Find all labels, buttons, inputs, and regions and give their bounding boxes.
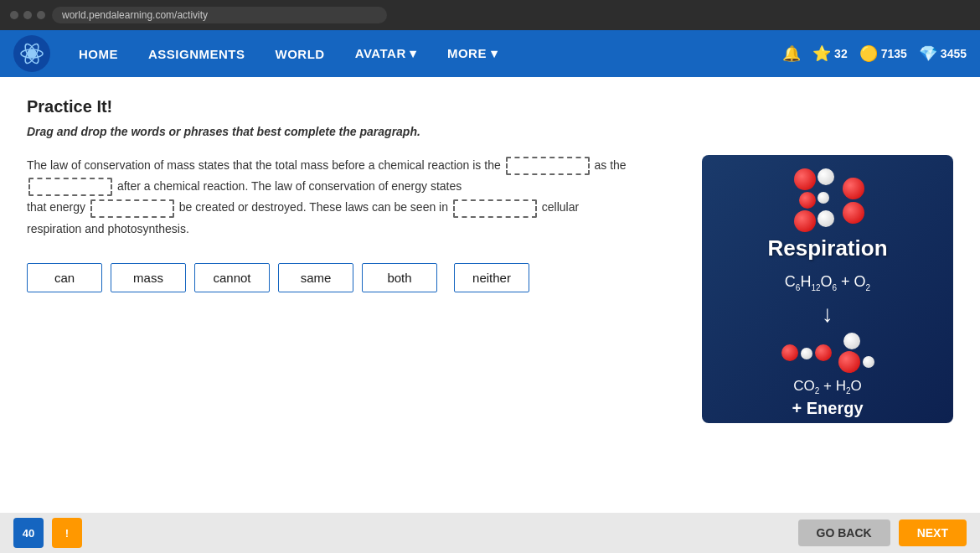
para-text3: after a chemical reaction. The law of co… — [117, 179, 462, 193]
energy-label: + Energy — [792, 399, 863, 418]
browser-controls — [10, 11, 45, 19]
page-title: Practice It! — [27, 97, 953, 116]
word-chip-mass[interactable]: mass — [111, 263, 186, 292]
next-button[interactable]: NEXT — [899, 519, 967, 546]
reactants-formula: C6H12O6 + O2 — [785, 273, 870, 292]
browser-dot-2 — [23, 11, 32, 19]
text-area: The law of conservation of mass states t… — [27, 155, 685, 423]
nav-stats: 🔔 ⭐ 32 🟡 7135 💎 3455 — [782, 44, 967, 63]
site-logo[interactable] — [13, 35, 50, 72]
stat-bell[interactable]: 🔔 — [782, 44, 801, 63]
nav-avatar[interactable]: AVATAR ▾ — [340, 30, 432, 77]
word-chip-both[interactable]: both — [362, 263, 437, 292]
para-line3: respiration and photosynthesis. — [27, 222, 189, 235]
para-text2: as the — [595, 158, 627, 172]
stat-coins: 🟡 7135 — [859, 44, 907, 63]
word-chip-neither[interactable]: neither — [454, 263, 529, 292]
nav-world[interactable]: WORLD — [260, 30, 340, 77]
go-back-button[interactable]: GO BACK — [798, 519, 890, 546]
reaction-arrow: ↓ — [822, 301, 833, 328]
info-button[interactable]: ! — [52, 518, 82, 548]
content-area: The law of conservation of mass states t… — [27, 155, 953, 423]
drop-blank-2[interactable] — [28, 178, 112, 196]
respiration-box: Respiration C6H12O6 + O2 ↓ — [702, 155, 953, 423]
drop-blank-1[interactable] — [506, 157, 590, 175]
browser-bar: world.pendalearning.com/activity — [0, 0, 980, 30]
navbar: HOME ASSIGNMENTS WORLD AVATAR ▾ MORE ▾ 🔔… — [0, 30, 980, 77]
para-line2: that energy — [27, 200, 89, 214]
stat-gems: 💎 3455 — [919, 44, 967, 63]
respiration-title: Respiration — [767, 235, 887, 261]
button-40[interactable]: 40 — [13, 518, 44, 548]
stat-stars: ⭐ 32 — [812, 44, 848, 63]
browser-dot-1 — [10, 11, 18, 19]
word-chip-cannot[interactable]: cannot — [194, 263, 270, 292]
nav-assignments[interactable]: ASSIGNMENTS — [133, 30, 260, 77]
word-chip-same[interactable]: same — [278, 263, 353, 292]
para-line1: The law of conservation of mass states t… — [27, 158, 501, 172]
image-area: Respiration C6H12O6 + O2 ↓ — [702, 155, 953, 423]
url-bar[interactable]: world.pendalearning.com/activity — [52, 7, 387, 23]
para-text4: be created or destroyed. These laws can … — [179, 200, 451, 214]
paragraph-text: The law of conservation of mass states t… — [27, 155, 685, 240]
bottom-bar: 40 ! GO BACK NEXT — [0, 513, 980, 553]
para-text5: cellular — [542, 200, 579, 214]
browser-dot-3 — [37, 11, 45, 19]
nav-home[interactable]: HOME — [64, 30, 133, 77]
drop-blank-3[interactable] — [90, 199, 174, 218]
word-chip-can[interactable]: can — [27, 263, 102, 292]
drop-blank-4[interactable] — [453, 199, 537, 218]
word-bank: can mass cannot same both neither — [27, 263, 685, 292]
products-formula: CO2 + H2O — [793, 378, 862, 395]
main-content: Practice It! Drag and drop the words or … — [0, 77, 980, 513]
practice-instruction: Drag and drop the words or phrases that … — [27, 125, 953, 138]
nav-more[interactable]: MORE ▾ — [432, 30, 513, 77]
